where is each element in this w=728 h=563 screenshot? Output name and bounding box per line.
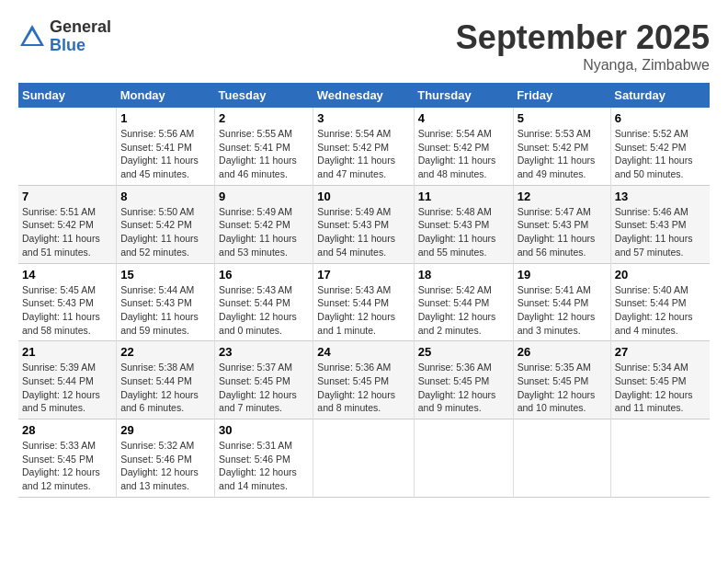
calendar-cell	[18, 108, 117, 185]
day-info: Sunrise: 5:41 AMSunset: 5:44 PMDaylight:…	[518, 283, 607, 338]
calendar-cell: 29Sunrise: 5:32 AMSunset: 5:46 PMDayligh…	[117, 419, 215, 498]
day-number: 16	[219, 268, 309, 282]
day-number: 26	[518, 345, 607, 359]
calendar-cell: 15Sunrise: 5:44 AMSunset: 5:43 PMDayligh…	[117, 263, 215, 341]
calendar-cell: 24Sunrise: 5:36 AMSunset: 5:45 PMDayligh…	[313, 341, 414, 419]
header-monday: Monday	[117, 83, 215, 108]
day-info: Sunrise: 5:46 AMSunset: 5:43 PMDaylight:…	[615, 205, 706, 259]
calendar-cell: 2Sunrise: 5:55 AMSunset: 5:41 PMDaylight…	[215, 108, 313, 185]
day-number: 12	[518, 190, 607, 203]
calendar-cell: 11Sunrise: 5:48 AMSunset: 5:43 PMDayligh…	[414, 185, 513, 263]
day-number: 5	[518, 111, 607, 125]
calendar-table: SundayMondayTuesdayWednesdayThursdayFrid…	[18, 83, 710, 498]
calendar-cell: 12Sunrise: 5:47 AMSunset: 5:43 PMDayligh…	[513, 185, 610, 263]
calendar-cell: 10Sunrise: 5:49 AMSunset: 5:43 PMDayligh…	[313, 185, 414, 263]
calendar-cell: 20Sunrise: 5:40 AMSunset: 5:44 PMDayligh…	[610, 263, 710, 341]
day-number: 27	[615, 345, 706, 359]
calendar-cell	[414, 419, 513, 498]
day-number: 22	[120, 345, 210, 359]
day-info: Sunrise: 5:33 AMSunset: 5:45 PMDaylight:…	[22, 439, 112, 493]
calendar-cell: 4Sunrise: 5:54 AMSunset: 5:42 PMDaylight…	[414, 108, 513, 185]
day-number: 24	[317, 345, 409, 359]
calendar-cell: 1Sunrise: 5:56 AMSunset: 5:41 PMDaylight…	[117, 108, 215, 185]
day-info: Sunrise: 5:31 AMSunset: 5:46 PMDaylight:…	[219, 439, 309, 493]
day-number: 2	[219, 111, 309, 125]
day-info: Sunrise: 5:54 AMSunset: 5:42 PMDaylight:…	[418, 127, 509, 181]
day-number: 21	[22, 345, 112, 359]
header-saturday: Saturday	[610, 83, 710, 108]
day-info: Sunrise: 5:49 AMSunset: 5:42 PMDaylight:…	[219, 205, 309, 259]
day-info: Sunrise: 5:50 AMSunset: 5:42 PMDaylight:…	[120, 205, 210, 259]
day-number: 29	[120, 423, 210, 437]
calendar-cell: 13Sunrise: 5:46 AMSunset: 5:43 PMDayligh…	[610, 185, 710, 263]
day-number: 17	[317, 268, 409, 282]
calendar-cell: 25Sunrise: 5:36 AMSunset: 5:45 PMDayligh…	[414, 341, 513, 419]
calendar-week-4: 28Sunrise: 5:33 AMSunset: 5:45 PMDayligh…	[18, 419, 710, 498]
day-number: 13	[615, 190, 706, 203]
header-sunday: Sunday	[18, 83, 117, 108]
calendar-cell: 30Sunrise: 5:31 AMSunset: 5:46 PMDayligh…	[215, 419, 313, 498]
day-number: 20	[615, 268, 706, 282]
day-info: Sunrise: 5:55 AMSunset: 5:41 PMDaylight:…	[219, 127, 309, 181]
day-info: Sunrise: 5:42 AMSunset: 5:44 PMDaylight:…	[418, 283, 509, 338]
day-number: 3	[317, 111, 409, 125]
logo-blue: Blue	[50, 37, 111, 55]
calendar-cell: 14Sunrise: 5:45 AMSunset: 5:43 PMDayligh…	[18, 263, 117, 341]
month-title: September 2025	[456, 18, 710, 57]
calendar-cell: 22Sunrise: 5:38 AMSunset: 5:44 PMDayligh…	[117, 341, 215, 419]
day-info: Sunrise: 5:49 AMSunset: 5:43 PMDaylight:…	[317, 205, 409, 259]
day-info: Sunrise: 5:48 AMSunset: 5:43 PMDaylight:…	[418, 205, 509, 259]
day-info: Sunrise: 5:44 AMSunset: 5:43 PMDaylight:…	[120, 283, 210, 338]
day-number: 28	[22, 423, 112, 437]
calendar-cell: 6Sunrise: 5:52 AMSunset: 5:42 PMDaylight…	[610, 108, 710, 185]
day-number: 1	[120, 111, 210, 125]
calendar-cell: 8Sunrise: 5:50 AMSunset: 5:42 PMDaylight…	[117, 185, 215, 263]
day-number: 4	[418, 111, 509, 125]
day-info: Sunrise: 5:53 AMSunset: 5:42 PMDaylight:…	[518, 127, 607, 181]
calendar-week-3: 21Sunrise: 5:39 AMSunset: 5:44 PMDayligh…	[18, 341, 710, 419]
day-info: Sunrise: 5:36 AMSunset: 5:45 PMDaylight:…	[418, 361, 509, 415]
calendar-cell: 18Sunrise: 5:42 AMSunset: 5:44 PMDayligh…	[414, 263, 513, 341]
day-number: 23	[219, 345, 309, 359]
logo-general: General	[50, 18, 111, 37]
day-number: 10	[317, 190, 409, 203]
calendar-cell: 9Sunrise: 5:49 AMSunset: 5:42 PMDaylight…	[215, 185, 313, 263]
calendar-header-row: SundayMondayTuesdayWednesdayThursdayFrid…	[18, 83, 710, 108]
calendar-cell: 26Sunrise: 5:35 AMSunset: 5:45 PMDayligh…	[513, 341, 610, 419]
day-info: Sunrise: 5:43 AMSunset: 5:44 PMDaylight:…	[317, 283, 409, 338]
calendar-cell	[513, 419, 610, 498]
day-info: Sunrise: 5:39 AMSunset: 5:44 PMDaylight:…	[22, 361, 112, 415]
day-info: Sunrise: 5:37 AMSunset: 5:45 PMDaylight:…	[219, 361, 309, 415]
day-number: 18	[418, 268, 509, 282]
logo-text: General Blue	[50, 18, 111, 55]
day-info: Sunrise: 5:40 AMSunset: 5:44 PMDaylight:…	[615, 283, 706, 338]
page-header: General Blue September 2025 Nyanga, Zimb…	[18, 18, 710, 74]
calendar-week-0: 1Sunrise: 5:56 AMSunset: 5:41 PMDaylight…	[18, 108, 710, 185]
calendar-cell: 27Sunrise: 5:34 AMSunset: 5:45 PMDayligh…	[610, 341, 710, 419]
day-info: Sunrise: 5:38 AMSunset: 5:44 PMDaylight:…	[120, 361, 210, 415]
day-info: Sunrise: 5:34 AMSunset: 5:45 PMDaylight:…	[615, 361, 706, 415]
calendar-cell	[610, 419, 710, 498]
calendar-cell: 5Sunrise: 5:53 AMSunset: 5:42 PMDaylight…	[513, 108, 610, 185]
day-number: 25	[418, 345, 509, 359]
calendar-cell: 23Sunrise: 5:37 AMSunset: 5:45 PMDayligh…	[215, 341, 313, 419]
day-info: Sunrise: 5:45 AMSunset: 5:43 PMDaylight:…	[22, 283, 112, 338]
day-number: 9	[219, 190, 309, 203]
calendar-cell: 7Sunrise: 5:51 AMSunset: 5:42 PMDaylight…	[18, 185, 117, 263]
title-block: September 2025 Nyanga, Zimbabwe	[456, 18, 710, 74]
location-subtitle: Nyanga, Zimbabwe	[456, 57, 710, 74]
calendar-cell	[313, 419, 414, 498]
calendar-cell: 17Sunrise: 5:43 AMSunset: 5:44 PMDayligh…	[313, 263, 414, 341]
day-info: Sunrise: 5:51 AMSunset: 5:42 PMDaylight:…	[22, 205, 112, 259]
day-number: 15	[120, 268, 210, 282]
calendar-cell: 3Sunrise: 5:54 AMSunset: 5:42 PMDaylight…	[313, 108, 414, 185]
day-info: Sunrise: 5:56 AMSunset: 5:41 PMDaylight:…	[120, 127, 210, 181]
day-info: Sunrise: 5:35 AMSunset: 5:45 PMDaylight:…	[518, 361, 607, 415]
logo-icon	[18, 23, 46, 51]
calendar-cell: 16Sunrise: 5:43 AMSunset: 5:44 PMDayligh…	[215, 263, 313, 341]
calendar-week-1: 7Sunrise: 5:51 AMSunset: 5:42 PMDaylight…	[18, 185, 710, 263]
calendar-cell: 28Sunrise: 5:33 AMSunset: 5:45 PMDayligh…	[18, 419, 117, 498]
day-info: Sunrise: 5:47 AMSunset: 5:43 PMDaylight:…	[518, 205, 607, 259]
header-tuesday: Tuesday	[215, 83, 313, 108]
day-info: Sunrise: 5:32 AMSunset: 5:46 PMDaylight:…	[120, 439, 210, 493]
